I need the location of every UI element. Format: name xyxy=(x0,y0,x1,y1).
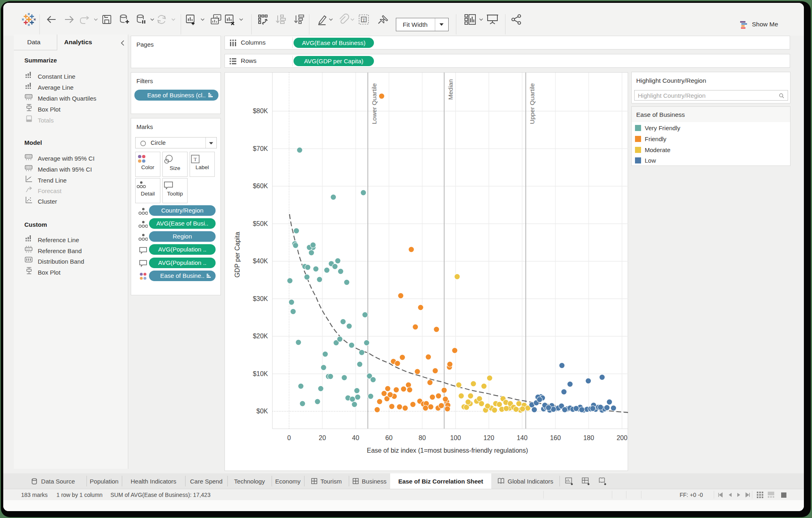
svg-text:180: 180 xyxy=(583,434,594,441)
svg-text:T: T xyxy=(194,156,197,162)
svg-text:Upper Quartile: Upper Quartile xyxy=(529,83,536,124)
svg-text:60: 60 xyxy=(385,434,393,441)
svg-text:$20K: $20K xyxy=(253,333,268,340)
svg-text:$70K: $70K xyxy=(253,145,268,152)
svg-text:T: T xyxy=(363,17,365,22)
svg-text:160: 160 xyxy=(550,434,561,441)
svg-text:GDP per Capita: GDP per Capita xyxy=(234,232,241,278)
svg-text:Median: Median xyxy=(447,79,454,100)
svg-text:20: 20 xyxy=(319,434,326,441)
svg-text:80: 80 xyxy=(419,434,426,441)
svg-text:120: 120 xyxy=(484,434,495,441)
svg-text:$0K: $0K xyxy=(257,408,268,415)
svg-text:$60K: $60K xyxy=(253,183,268,189)
svg-text:$80K: $80K xyxy=(253,107,268,114)
svg-text:Ease of biz index (1=most busi: Ease of biz index (1=most business-frien… xyxy=(367,447,528,454)
svg-text:Lower Quartile: Lower Quartile xyxy=(371,83,378,124)
svg-text:$30K: $30K xyxy=(253,295,268,302)
svg-text:140: 140 xyxy=(517,434,528,441)
svg-text:$50K: $50K xyxy=(253,220,268,227)
svg-text:200: 200 xyxy=(617,434,628,441)
svg-text:0: 0 xyxy=(287,434,291,441)
svg-text:$10K: $10K xyxy=(253,370,268,377)
svg-text:$40K: $40K xyxy=(253,258,268,264)
svg-text:100: 100 xyxy=(450,434,461,441)
svg-text:40: 40 xyxy=(352,434,359,441)
